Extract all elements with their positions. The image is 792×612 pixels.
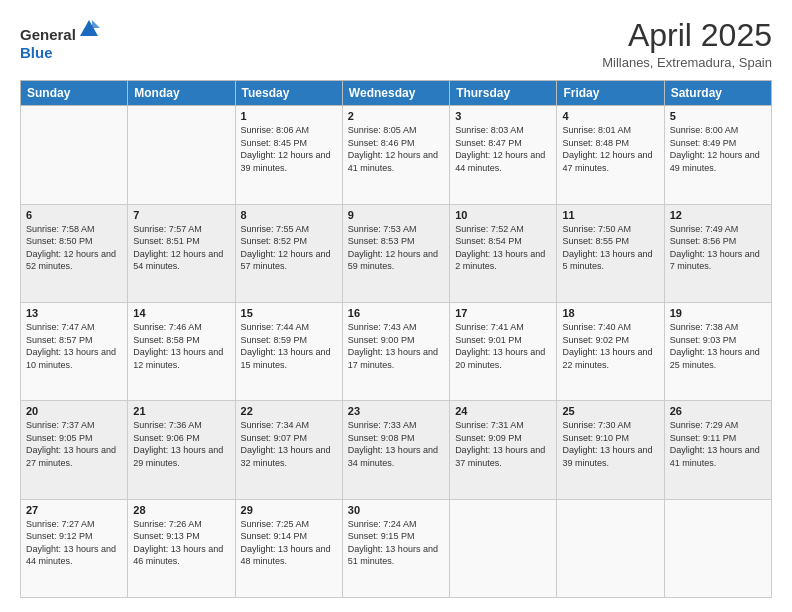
calendar-header-row: Sunday Monday Tuesday Wednesday Thursday… xyxy=(21,81,772,106)
day-number: 4 xyxy=(562,110,658,122)
calendar-cell xyxy=(664,499,771,597)
calendar-cell: 24Sunrise: 7:31 AM Sunset: 9:09 PM Dayli… xyxy=(450,401,557,499)
day-number: 5 xyxy=(670,110,766,122)
calendar-cell: 21Sunrise: 7:36 AM Sunset: 9:06 PM Dayli… xyxy=(128,401,235,499)
day-number: 7 xyxy=(133,209,229,221)
calendar-cell xyxy=(21,106,128,204)
col-thursday: Thursday xyxy=(450,81,557,106)
day-number: 27 xyxy=(26,504,122,516)
day-number: 13 xyxy=(26,307,122,319)
col-tuesday: Tuesday xyxy=(235,81,342,106)
calendar-cell: 10Sunrise: 7:52 AM Sunset: 8:54 PM Dayli… xyxy=(450,204,557,302)
calendar-cell: 29Sunrise: 7:25 AM Sunset: 9:14 PM Dayli… xyxy=(235,499,342,597)
calendar-cell: 16Sunrise: 7:43 AM Sunset: 9:00 PM Dayli… xyxy=(342,302,449,400)
col-wednesday: Wednesday xyxy=(342,81,449,106)
day-info: Sunrise: 7:34 AM Sunset: 9:07 PM Dayligh… xyxy=(241,419,337,469)
day-number: 26 xyxy=(670,405,766,417)
day-info: Sunrise: 7:27 AM Sunset: 9:12 PM Dayligh… xyxy=(26,518,122,568)
day-info: Sunrise: 7:36 AM Sunset: 9:06 PM Dayligh… xyxy=(133,419,229,469)
day-info: Sunrise: 7:47 AM Sunset: 8:57 PM Dayligh… xyxy=(26,321,122,371)
day-info: Sunrise: 7:38 AM Sunset: 9:03 PM Dayligh… xyxy=(670,321,766,371)
day-number: 23 xyxy=(348,405,444,417)
subtitle: Millanes, Extremadura, Spain xyxy=(602,55,772,70)
col-saturday: Saturday xyxy=(664,81,771,106)
calendar-cell: 12Sunrise: 7:49 AM Sunset: 8:56 PM Dayli… xyxy=(664,204,771,302)
calendar-cell: 2Sunrise: 8:05 AM Sunset: 8:46 PM Daylig… xyxy=(342,106,449,204)
main-title: April 2025 xyxy=(602,18,772,53)
day-number: 21 xyxy=(133,405,229,417)
day-number: 10 xyxy=(455,209,551,221)
col-friday: Friday xyxy=(557,81,664,106)
day-info: Sunrise: 7:46 AM Sunset: 8:58 PM Dayligh… xyxy=(133,321,229,371)
calendar-cell: 25Sunrise: 7:30 AM Sunset: 9:10 PM Dayli… xyxy=(557,401,664,499)
calendar-week-1: 1Sunrise: 8:06 AM Sunset: 8:45 PM Daylig… xyxy=(21,106,772,204)
logo: General Blue xyxy=(20,18,100,62)
day-info: Sunrise: 8:05 AM Sunset: 8:46 PM Dayligh… xyxy=(348,124,444,174)
calendar-cell xyxy=(450,499,557,597)
logo-icon xyxy=(78,18,100,40)
day-info: Sunrise: 7:49 AM Sunset: 8:56 PM Dayligh… xyxy=(670,223,766,273)
day-info: Sunrise: 8:01 AM Sunset: 8:48 PM Dayligh… xyxy=(562,124,658,174)
title-block: April 2025 Millanes, Extremadura, Spain xyxy=(602,18,772,70)
calendar-cell xyxy=(557,499,664,597)
calendar-cell: 6Sunrise: 7:58 AM Sunset: 8:50 PM Daylig… xyxy=(21,204,128,302)
day-number: 24 xyxy=(455,405,551,417)
day-number: 20 xyxy=(26,405,122,417)
day-number: 8 xyxy=(241,209,337,221)
calendar-cell: 7Sunrise: 7:57 AM Sunset: 8:51 PM Daylig… xyxy=(128,204,235,302)
calendar-cell: 8Sunrise: 7:55 AM Sunset: 8:52 PM Daylig… xyxy=(235,204,342,302)
day-info: Sunrise: 8:06 AM Sunset: 8:45 PM Dayligh… xyxy=(241,124,337,174)
day-info: Sunrise: 7:40 AM Sunset: 9:02 PM Dayligh… xyxy=(562,321,658,371)
calendar-cell: 11Sunrise: 7:50 AM Sunset: 8:55 PM Dayli… xyxy=(557,204,664,302)
day-number: 15 xyxy=(241,307,337,319)
day-number: 17 xyxy=(455,307,551,319)
day-info: Sunrise: 7:57 AM Sunset: 8:51 PM Dayligh… xyxy=(133,223,229,273)
day-info: Sunrise: 7:30 AM Sunset: 9:10 PM Dayligh… xyxy=(562,419,658,469)
day-number: 12 xyxy=(670,209,766,221)
calendar-cell: 13Sunrise: 7:47 AM Sunset: 8:57 PM Dayli… xyxy=(21,302,128,400)
day-info: Sunrise: 7:58 AM Sunset: 8:50 PM Dayligh… xyxy=(26,223,122,273)
calendar-cell: 20Sunrise: 7:37 AM Sunset: 9:05 PM Dayli… xyxy=(21,401,128,499)
logo-blue: Blue xyxy=(20,44,53,61)
day-info: Sunrise: 7:33 AM Sunset: 9:08 PM Dayligh… xyxy=(348,419,444,469)
day-info: Sunrise: 7:26 AM Sunset: 9:13 PM Dayligh… xyxy=(133,518,229,568)
calendar-week-3: 13Sunrise: 7:47 AM Sunset: 8:57 PM Dayli… xyxy=(21,302,772,400)
day-number: 28 xyxy=(133,504,229,516)
day-number: 29 xyxy=(241,504,337,516)
day-number: 11 xyxy=(562,209,658,221)
day-number: 6 xyxy=(26,209,122,221)
day-info: Sunrise: 7:37 AM Sunset: 9:05 PM Dayligh… xyxy=(26,419,122,469)
day-info: Sunrise: 7:43 AM Sunset: 9:00 PM Dayligh… xyxy=(348,321,444,371)
calendar-cell: 26Sunrise: 7:29 AM Sunset: 9:11 PM Dayli… xyxy=(664,401,771,499)
day-info: Sunrise: 7:44 AM Sunset: 8:59 PM Dayligh… xyxy=(241,321,337,371)
calendar-cell: 1Sunrise: 8:06 AM Sunset: 8:45 PM Daylig… xyxy=(235,106,342,204)
calendar-cell: 14Sunrise: 7:46 AM Sunset: 8:58 PM Dayli… xyxy=(128,302,235,400)
logo-general: General xyxy=(20,26,76,43)
day-number: 22 xyxy=(241,405,337,417)
calendar-week-4: 20Sunrise: 7:37 AM Sunset: 9:05 PM Dayli… xyxy=(21,401,772,499)
day-info: Sunrise: 7:41 AM Sunset: 9:01 PM Dayligh… xyxy=(455,321,551,371)
day-info: Sunrise: 7:52 AM Sunset: 8:54 PM Dayligh… xyxy=(455,223,551,273)
day-info: Sunrise: 7:31 AM Sunset: 9:09 PM Dayligh… xyxy=(455,419,551,469)
calendar-cell: 22Sunrise: 7:34 AM Sunset: 9:07 PM Dayli… xyxy=(235,401,342,499)
calendar-cell: 17Sunrise: 7:41 AM Sunset: 9:01 PM Dayli… xyxy=(450,302,557,400)
calendar-week-2: 6Sunrise: 7:58 AM Sunset: 8:50 PM Daylig… xyxy=(21,204,772,302)
day-number: 30 xyxy=(348,504,444,516)
calendar-cell: 30Sunrise: 7:24 AM Sunset: 9:15 PM Dayli… xyxy=(342,499,449,597)
day-number: 1 xyxy=(241,110,337,122)
calendar-cell: 27Sunrise: 7:27 AM Sunset: 9:12 PM Dayli… xyxy=(21,499,128,597)
day-info: Sunrise: 7:50 AM Sunset: 8:55 PM Dayligh… xyxy=(562,223,658,273)
day-info: Sunrise: 7:55 AM Sunset: 8:52 PM Dayligh… xyxy=(241,223,337,273)
calendar-cell: 5Sunrise: 8:00 AM Sunset: 8:49 PM Daylig… xyxy=(664,106,771,204)
day-info: Sunrise: 7:29 AM Sunset: 9:11 PM Dayligh… xyxy=(670,419,766,469)
day-info: Sunrise: 7:53 AM Sunset: 8:53 PM Dayligh… xyxy=(348,223,444,273)
header: General Blue April 2025 Millanes, Extrem… xyxy=(20,18,772,70)
calendar-cell: 9Sunrise: 7:53 AM Sunset: 8:53 PM Daylig… xyxy=(342,204,449,302)
day-number: 3 xyxy=(455,110,551,122)
calendar-cell xyxy=(128,106,235,204)
calendar-cell: 23Sunrise: 7:33 AM Sunset: 9:08 PM Dayli… xyxy=(342,401,449,499)
day-number: 19 xyxy=(670,307,766,319)
day-info: Sunrise: 7:25 AM Sunset: 9:14 PM Dayligh… xyxy=(241,518,337,568)
day-number: 14 xyxy=(133,307,229,319)
svg-marker-1 xyxy=(92,20,100,28)
